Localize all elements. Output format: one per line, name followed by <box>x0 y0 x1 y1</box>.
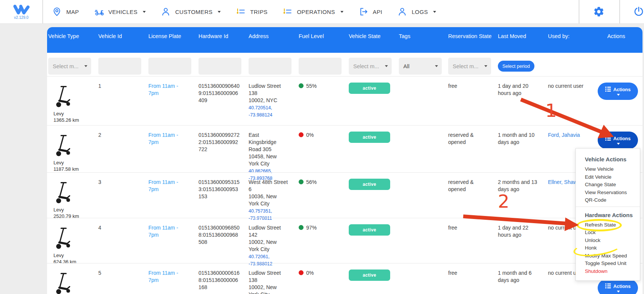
chevron-down-icon <box>435 65 438 67</box>
vehicle-id: 4 <box>98 218 148 268</box>
api-icon <box>359 7 368 17</box>
column-header-hardware-id: Hardware Id <box>198 27 249 53</box>
hardware-id: 015136000992722:015136000992722 <box>198 132 240 153</box>
nav-item-map[interactable]: MAP <box>52 7 79 17</box>
tags-filter[interactable]: All <box>399 58 442 75</box>
menu-divider <box>576 207 640 207</box>
logout-button[interactable] <box>633 6 644 17</box>
list-grid-icon <box>605 283 611 289</box>
column-header-license-plate: License Plate <box>148 27 198 53</box>
nav-item-label: TRIPS <box>250 9 267 15</box>
reservation-state: free <box>448 83 486 90</box>
scooter-vehicle-icon <box>53 245 72 251</box>
last-moved: 1 month and 6 days ago <box>498 270 540 284</box>
nav-item-operations[interactable]: OPERATIONS <box>282 7 343 17</box>
address-filter[interactable] <box>249 58 291 75</box>
table-row: Levy1187.58 km2From 11am - 7pm0151360009… <box>47 125 642 172</box>
reservation-state-filter[interactable]: Select m... <box>448 58 491 75</box>
fuel-level-value: 0% <box>306 270 314 277</box>
vehicle-type-filter[interactable]: Select m... <box>48 58 91 75</box>
menu-item-view-reservations[interactable]: View Reservations <box>585 190 640 195</box>
chevron-down-icon <box>484 65 487 67</box>
wunder-logo-icon <box>13 4 30 15</box>
coordinates-link[interactable]: 40.720514, -73.988124 <box>249 104 293 119</box>
nav-item-api[interactable]: API <box>359 7 382 17</box>
column-header-vehicle-id: Vehicle Id <box>98 27 148 53</box>
fuel-level-filter[interactable] <box>299 58 342 75</box>
list-grid-icon <box>605 87 611 93</box>
license-plate-link[interactable]: From 11am - 7pm <box>148 179 184 193</box>
vehicle-id-filter[interactable] <box>98 58 141 75</box>
nav-item-label: MAP <box>66 9 79 15</box>
license-plate-link[interactable]: From 11am - 7pm <box>148 224 184 239</box>
vehicle-odometer: 1365.26 km <box>53 117 98 123</box>
last-moved: 1 month and 10 days ago <box>498 132 540 146</box>
vehicle-state-badge: active <box>349 132 390 143</box>
person-icon <box>397 7 407 17</box>
tags-cell <box>399 263 448 294</box>
license-plate-link[interactable]: From 11am - 7pm <box>148 132 184 146</box>
address-city: 10036, New York City <box>249 193 288 207</box>
app-logo[interactable]: v2.129.0 <box>0 0 43 23</box>
hardware-id-filter[interactable] <box>198 58 241 75</box>
license-plate-link[interactable]: From 11am - 7pm <box>148 83 184 97</box>
vehicle-type-label: Levy <box>53 207 98 213</box>
license-plate-link[interactable]: From 11am - 7pm <box>148 270 184 284</box>
menu-item-view-vehicle[interactable]: View Vehicle <box>585 167 640 172</box>
used-by-link[interactable]: Ellner, Shaw <box>548 179 577 185</box>
nav-item-vehicles[interactable]: VEHICLES <box>94 7 146 17</box>
hardware-id: 015136000968508:015136000968508 <box>198 224 240 246</box>
menu-item-shutdown[interactable]: Shutdown <box>585 269 640 274</box>
chevron-down-icon <box>340 11 343 13</box>
list-icon <box>282 7 292 17</box>
scooter-vehicle-icon <box>53 152 72 158</box>
fuel-status-dot <box>299 270 304 275</box>
menu-item-edit-vehicle[interactable]: Edit Vehicle <box>585 175 640 180</box>
list-icon <box>236 7 246 17</box>
vehicle-type-label: Levy <box>53 111 98 116</box>
nav-item-logs[interactable]: LOGS <box>397 7 436 17</box>
last-moved: 1 day and 20 hours ago <box>498 83 540 97</box>
vehicle-state-badge: active <box>349 270 390 281</box>
row-actions-button[interactable]: Actions <box>598 132 638 149</box>
last-moved: 2 months and 13 days ago <box>498 179 540 193</box>
settings-button[interactable] <box>593 6 604 17</box>
table-header-row: Vehicle TypeVehicle IdLicense PlateHardw… <box>47 27 642 53</box>
list-grid-icon <box>605 136 611 142</box>
vehicle-type-filter-value: Select m... <box>53 63 79 69</box>
nav-item-trips[interactable]: TRIPS <box>236 7 267 17</box>
row-actions-button[interactable]: Actions <box>598 279 638 294</box>
column-header-tags: Tags <box>399 27 448 53</box>
fuel-level-value: 0% <box>306 132 314 139</box>
row-actions-button[interactable]: Actions <box>598 83 638 100</box>
scooter-icon <box>94 7 104 17</box>
nav-divider <box>620 0 620 23</box>
chevron-down-icon <box>617 94 620 96</box>
actions-button-label: Actions <box>613 284 631 289</box>
used-by-link[interactable]: Ford, Jahavia <box>548 132 580 138</box>
column-header-vehicle-state: Vehicle State <box>349 27 399 53</box>
address-street: Ludlow Street 138 <box>249 83 288 97</box>
top-nav: v2.129.0 MAPVEHICLESCUSTOMERSTRIPSOPERAT… <box>0 0 644 24</box>
app-version: v2.129.0 <box>14 15 28 20</box>
vehicle-state-badge: active <box>349 224 390 236</box>
address-city: 10002, NYC <box>249 97 288 104</box>
address-street: Ludlow Street 142 <box>249 224 288 239</box>
license-plate-filter[interactable] <box>148 58 191 75</box>
reservation-state-filter-value: Select m... <box>453 63 479 69</box>
vehicle-id: 1 <box>98 77 148 125</box>
fuel-level-value: 56% <box>306 179 317 186</box>
menu-item-toggle-speed-unit[interactable]: Toggle Speed Unit <box>585 261 640 266</box>
select-period-button[interactable]: Select period <box>498 61 534 72</box>
menu-section-title-vehicle-actions: Vehicle Actions <box>585 156 640 162</box>
tags-cell <box>399 173 448 222</box>
last-moved: 1 day and 22 hours ago <box>498 224 540 239</box>
vehicle-id: 3 <box>98 173 148 222</box>
nav-item-label: VEHICLES <box>108 9 137 15</box>
menu-item-qr-code[interactable]: QR-Code <box>585 198 640 203</box>
nav-item-customers[interactable]: CUSTOMERS <box>161 7 221 17</box>
menu-item-change-state[interactable]: Change State <box>585 182 640 187</box>
fuel-status-dot <box>299 179 304 184</box>
menu-section-items: View VehicleEdit VehicleChange StateView… <box>585 167 640 203</box>
vehicle-state-filter[interactable]: Select m... <box>349 58 392 75</box>
